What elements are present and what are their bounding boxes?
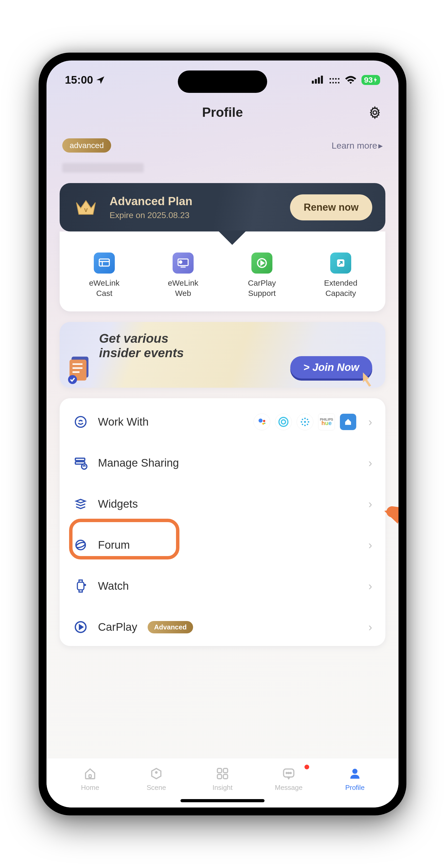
menu-manage-sharing[interactable]: Manage Sharing › xyxy=(60,442,385,484)
menu-widgets[interactable]: Widgets › xyxy=(60,484,385,525)
svg-rect-41 xyxy=(77,582,84,590)
svg-point-4 xyxy=(373,111,377,115)
alexa-icon xyxy=(275,413,292,430)
plan-title: Advanced Plan xyxy=(109,195,279,208)
svg-rect-47 xyxy=(223,769,228,773)
widgets-icon xyxy=(73,496,89,512)
feature-ewelink-web[interactable]: eWeLink Web xyxy=(144,252,222,298)
location-icon xyxy=(96,75,105,85)
pointer-hand-icon xyxy=(358,369,380,388)
carplay-icon xyxy=(251,252,272,274)
feature-ewelink-cast[interactable]: eWeLink Cast xyxy=(65,252,144,298)
work-with-icon xyxy=(73,414,89,430)
svg-point-45 xyxy=(156,772,157,773)
svg-point-32 xyxy=(302,419,303,420)
svg-rect-0 xyxy=(312,81,314,84)
carplay-advanced-badge: Advanced xyxy=(148,621,193,633)
web-icon xyxy=(173,252,194,274)
svg-point-10 xyxy=(179,261,182,263)
tab-message[interactable]: Message xyxy=(255,766,322,792)
svg-point-25 xyxy=(279,417,288,426)
philips-hue-icon: PHILIPShue xyxy=(318,413,335,430)
insight-icon xyxy=(215,766,230,781)
plan-expire: Expire on 2025.08.23 xyxy=(109,210,279,220)
watch-icon xyxy=(73,578,89,594)
home-indicator[interactable] xyxy=(180,799,265,802)
renew-button[interactable]: Renew now xyxy=(290,194,372,220)
chevron-right-icon: › xyxy=(368,538,372,552)
menu-list: Work With PHILIPShue › Manage Sharing › … xyxy=(60,398,385,646)
blurred-email xyxy=(62,163,144,173)
cellular-icon xyxy=(312,75,324,85)
svg-point-28 xyxy=(304,418,306,419)
svg-rect-46 xyxy=(217,769,222,773)
svg-point-30 xyxy=(301,421,302,423)
advanced-badge: advanced xyxy=(62,138,111,153)
svg-rect-1 xyxy=(315,79,317,84)
notch xyxy=(178,70,267,93)
notification-dot xyxy=(304,765,309,769)
document-icon xyxy=(68,355,93,384)
svg-rect-49 xyxy=(223,774,228,779)
tab-scene[interactable]: Scene xyxy=(123,766,190,792)
expand-icon xyxy=(330,252,351,274)
chevron-right-icon: › xyxy=(368,415,372,429)
svg-point-51 xyxy=(286,773,287,774)
svg-rect-36 xyxy=(75,458,85,461)
svg-point-42 xyxy=(84,585,85,586)
cast-icon xyxy=(94,252,115,274)
message-icon xyxy=(281,766,297,781)
menu-work-with[interactable]: Work With PHILIPShue › xyxy=(60,401,385,442)
time-text: 15:00 xyxy=(65,74,93,86)
promo-title: Get various insider events xyxy=(99,331,372,360)
account-section: advanced Learn more▸ xyxy=(46,120,399,160)
chevron-right-icon: › xyxy=(368,456,372,469)
partner-icons: PHILIPShue xyxy=(253,413,356,430)
svg-point-35 xyxy=(307,424,308,425)
tab-profile[interactable]: Profile xyxy=(322,766,388,792)
promo-banner[interactable]: Get various insider events > Join Now xyxy=(60,322,385,388)
svg-point-26 xyxy=(281,420,285,424)
card-pointer xyxy=(218,230,247,245)
svg-rect-48 xyxy=(217,774,222,779)
chevron-right-icon: › xyxy=(368,620,372,633)
scene-icon xyxy=(148,766,164,781)
tab-home[interactable]: Home xyxy=(57,766,123,792)
svg-point-31 xyxy=(308,421,309,423)
svg-point-34 xyxy=(302,424,303,425)
status-time: 15:00 xyxy=(65,74,105,86)
settings-button[interactable] xyxy=(367,105,383,121)
svg-point-52 xyxy=(288,773,289,774)
svg-rect-44 xyxy=(89,775,92,777)
learn-more-link[interactable]: Learn more▸ xyxy=(332,140,383,151)
svg-point-29 xyxy=(304,425,306,426)
forum-icon xyxy=(73,537,89,553)
home-icon xyxy=(340,413,356,430)
text-signal-icon: :::: xyxy=(329,74,340,86)
gear-icon xyxy=(368,106,382,119)
crown-icon: V xyxy=(73,194,99,220)
feature-extended-capacity[interactable]: Extended Capacity xyxy=(301,252,380,298)
svg-text:V: V xyxy=(84,207,88,213)
svg-point-20 xyxy=(75,416,86,427)
svg-point-27 xyxy=(304,421,306,423)
page-title: Profile xyxy=(62,105,383,120)
svg-point-33 xyxy=(307,419,308,420)
menu-forum[interactable]: Forum › xyxy=(60,525,385,565)
svg-point-21 xyxy=(259,418,263,423)
smartthings-icon xyxy=(297,413,313,430)
sharing-icon xyxy=(73,455,89,471)
tab-insight[interactable]: Insight xyxy=(190,766,255,792)
svg-point-22 xyxy=(263,420,265,422)
svg-rect-3 xyxy=(321,75,323,84)
carplay-menu-icon xyxy=(73,619,89,635)
feature-carplay[interactable]: CarPlay Support xyxy=(222,252,301,298)
chevron-right-icon: › xyxy=(368,497,372,510)
menu-carplay[interactable]: CarPlay Advanced › xyxy=(60,607,385,643)
screen: 15:00 :::: 93 Profile advanced Learn mor… xyxy=(46,61,399,807)
header: Profile xyxy=(46,92,399,120)
svg-point-23 xyxy=(263,423,264,425)
menu-watch[interactable]: Watch › xyxy=(60,565,385,607)
google-assistant-icon xyxy=(253,413,270,430)
plan-card[interactable]: V Advanced Plan Expire on 2025.08.23 Ren… xyxy=(60,183,385,231)
